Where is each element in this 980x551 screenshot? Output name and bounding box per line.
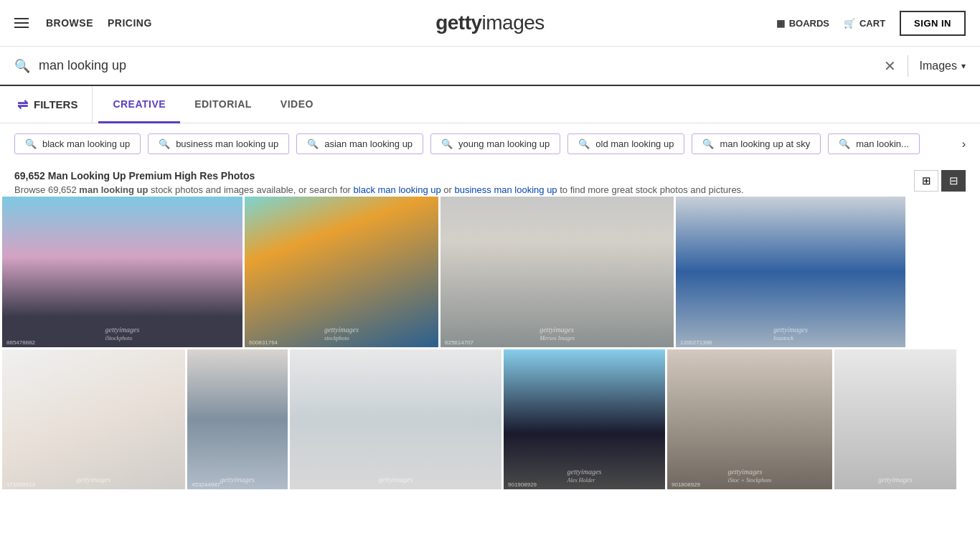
img-id-8: 901808929 [672, 481, 700, 488]
image-card-2[interactable]: gettyimagesMersos Images 625614707 [440, 197, 674, 347]
results-header: 69,652 Man Looking Up Premium High Res P… [0, 164, 980, 197]
pricing-link[interactable]: PRICING [108, 17, 152, 29]
image-card-3[interactable]: gettyimageslisastock 1200271396 [676, 197, 905, 347]
results-desc: Browse 69,652 man looking up stock photo… [14, 184, 914, 195]
suggestion-chip-0[interactable]: 🔍 black man looking up [14, 133, 141, 154]
suggestion-search-icon-5: 🔍 [702, 138, 714, 149]
image-card-1[interactable]: gettyimagesstockphoto 600831764 [245, 197, 438, 347]
tab-creative[interactable]: CREATIVE [98, 87, 180, 123]
img-id-0: 885478882 [6, 339, 35, 346]
link-business-man[interactable]: business man looking up [455, 184, 557, 195]
header-left: BROWSE PRICING [14, 17, 152, 29]
img-id-2: 625614707 [445, 339, 473, 346]
link-black-man[interactable]: black man looking up [354, 184, 441, 195]
image-card-6[interactable]: gettyimages [290, 349, 501, 489]
watermark-3: gettyimageslisastock [773, 326, 808, 342]
image-card-8[interactable]: gettyimagesiStoc + Stockphoto 901808929 [667, 349, 832, 489]
filters-label: FILTERS [34, 98, 77, 110]
logo-light: images [482, 11, 545, 34]
img-id-4: 171089013 [6, 481, 35, 488]
filters-bar: ⇌ FILTERS CREATIVE EDITORIAL VIDEO [0, 86, 980, 123]
suggestion-label-1: business man looking up [176, 138, 278, 149]
img-id-7: 901908929 [508, 481, 537, 488]
suggestion-label-0: black man looking up [42, 138, 130, 149]
watermark-4: gettyimages [77, 476, 111, 484]
cart-link[interactable]: 🛒 CART [844, 18, 885, 29]
suggestion-search-icon-6: 🔍 [839, 138, 850, 149]
image-grid-row1: gettyimagesiStockphoto 885478882 gettyim… [0, 197, 980, 347]
header-right: ▦ BOARDS 🛒 CART SIGN IN [776, 11, 966, 36]
results-count-title: 69,652 Man Looking Up Premium High Res P… [14, 170, 914, 182]
browse-link[interactable]: BROWSE [46, 17, 93, 29]
suggestions-next-arrow[interactable]: › [962, 138, 966, 151]
logo-bold: getty [435, 11, 481, 34]
suggestion-chip-1[interactable]: 🔍 business man looking up [148, 133, 289, 154]
suggestion-chip-6[interactable]: 🔍 man lookin... [828, 133, 920, 154]
suggestion-search-icon-1: 🔍 [159, 138, 170, 149]
watermark-7: gettyimagesAlex Holder [567, 468, 602, 484]
suggestion-label-5: man looking up at sky [720, 138, 810, 149]
search-divider [908, 55, 908, 77]
watermark-9: gettyimages [878, 476, 913, 484]
search-bar: 🔍 ✕ Images ▾ [0, 47, 980, 86]
suggestion-label-3: young man looking up [458, 138, 550, 149]
tab-video[interactable]: VIDEO [266, 87, 328, 123]
results-text: 69,652 Man Looking Up Premium High Res P… [14, 170, 914, 195]
filters-button[interactable]: ⇌ FILTERS [11, 86, 93, 123]
boards-link[interactable]: ▦ BOARDS [776, 18, 829, 29]
watermark-6: gettyimages [379, 476, 413, 484]
cart-icon: 🛒 [844, 18, 855, 29]
suggestion-search-icon-4: 🔍 [578, 138, 590, 149]
image-card-9[interactable]: gettyimages [834, 349, 956, 489]
suggestion-search-icon: 🔍 [25, 138, 37, 149]
watermark-5: gettyimages [220, 476, 255, 484]
suggestions-row: 🔍 black man looking up 🔍 business man lo… [0, 123, 980, 164]
search-type-selector[interactable]: Images ▾ [920, 60, 966, 72]
suggestion-label-4: old man looking up [595, 138, 674, 149]
boards-icon: ▦ [776, 18, 785, 29]
search-input[interactable] [39, 58, 884, 73]
suggestion-chip-2[interactable]: 🔍 asian man looking up [296, 133, 423, 154]
watermark-1: gettyimagesstockphoto [324, 326, 359, 342]
suggestion-search-icon-3: 🔍 [441, 138, 453, 149]
image-card-5[interactable]: gettyimages 453244987 [187, 349, 288, 489]
img-id-5: 453244987 [192, 481, 220, 488]
image-card-7[interactable]: gettyimagesAlex Holder 901908929 [504, 349, 665, 489]
image-card-4[interactable]: gettyimages 171089013 [2, 349, 185, 489]
suggestion-chip-3[interactable]: 🔍 young man looking up [430, 133, 560, 154]
watermark-8: gettyimagesiStoc + Stockphoto [728, 468, 772, 484]
img-id-1: 600831764 [249, 339, 278, 346]
logo[interactable]: gettyimages [435, 11, 545, 34]
image-grid-row2: gettyimages 171089013 gettyimages 453244… [0, 349, 980, 489]
header: BROWSE PRICING gettyimages ▦ BOARDS 🛒 CA… [0, 0, 980, 47]
clear-search-icon[interactable]: ✕ [884, 57, 896, 75]
watermark-2: gettyimagesMersos Images [540, 326, 575, 342]
suggestion-chip-4[interactable]: 🔍 old man looking up [567, 133, 684, 154]
header-nav: BROWSE PRICING [46, 17, 152, 29]
img-id-3: 1200271396 [680, 339, 712, 346]
mosaic-view-button[interactable]: ⊟ [941, 170, 966, 192]
suggestion-chip-5[interactable]: 🔍 man looking up at sky [692, 133, 821, 154]
image-card-0[interactable]: gettyimagesiStockphoto 885478882 [2, 197, 242, 347]
filter-icon: ⇌ [17, 97, 28, 113]
menu-icon[interactable] [14, 18, 29, 28]
tab-editorial[interactable]: EDITORIAL [180, 87, 266, 123]
view-toggle: ⊞ ⊟ [914, 170, 966, 192]
chevron-down-icon: ▾ [961, 61, 966, 71]
signin-button[interactable]: SIGN IN [900, 11, 966, 36]
suggestion-label-2: asian man looking up [324, 138, 413, 149]
suggestion-label-6: man lookin... [856, 138, 909, 149]
search-icon: 🔍 [14, 58, 30, 74]
watermark-0: gettyimagesiStockphoto [105, 326, 140, 342]
search-type-label: Images [920, 60, 957, 72]
suggestion-search-icon-2: 🔍 [307, 138, 319, 149]
grid-view-button[interactable]: ⊞ [914, 170, 938, 192]
